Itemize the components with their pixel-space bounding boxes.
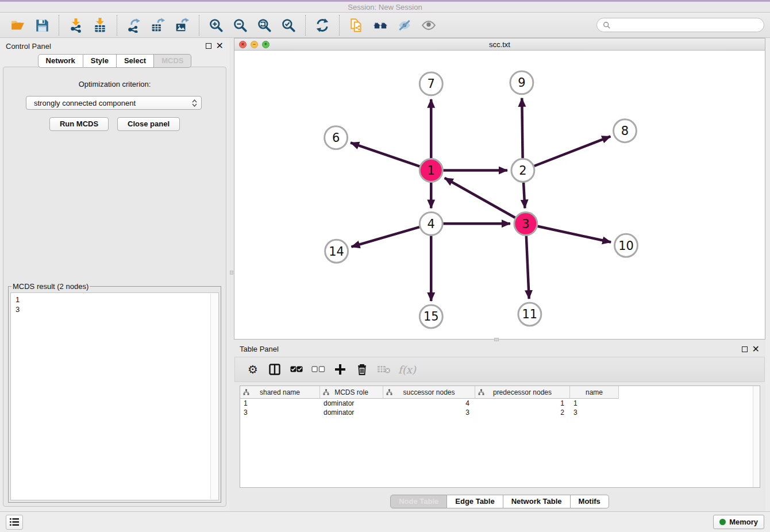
network-canvas[interactable]: 7968124314101511: [234, 51, 765, 338]
graph-node-label: 3: [522, 217, 529, 231]
table-cell[interactable]: 4: [383, 399, 475, 408]
criterion-select[interactable]: strongly connected component: [26, 96, 202, 110]
import-network-icon[interactable]: [66, 16, 86, 35]
mcds-result-list[interactable]: 1 3: [11, 293, 218, 316]
graph-node-label: 7: [428, 77, 435, 91]
column-header-predecessor-nodes[interactable]: predecessor nodes: [475, 386, 570, 399]
graph-edge-3-10[interactable]: [537, 226, 611, 242]
select-all-icon[interactable]: [288, 361, 305, 378]
table-scrollbar[interactable]: [753, 386, 760, 487]
column-header-MCDS-role[interactable]: MCDS role: [320, 386, 383, 399]
main-toolbar: [0, 13, 770, 38]
float-table-panel-icon[interactable]: [742, 346, 748, 352]
toolbar-divider: [59, 15, 59, 36]
toolbar-divider: [305, 15, 306, 36]
table-cell[interactable]: 1: [570, 399, 619, 408]
tab-style[interactable]: Style: [83, 54, 117, 68]
column-header-successor-nodes[interactable]: successor nodes: [383, 386, 475, 399]
close-window-icon[interactable]: ×: [239, 41, 247, 48]
preview-eye-icon[interactable]: [419, 16, 438, 35]
run-mcds-button[interactable]: Run MCDS: [49, 117, 109, 131]
vertical-splitter[interactable]: [229, 38, 234, 511]
close-panel-icon[interactable]: ✕: [216, 43, 224, 49]
delete-column-icon[interactable]: [353, 361, 371, 378]
table-cell[interactable]: 1: [240, 399, 320, 408]
table-header-row: shared nameMCDS rolesuccessor nodesprede…: [240, 386, 760, 399]
delete-table-icon[interactable]: [375, 361, 392, 378]
toolbar-divider: [117, 15, 117, 36]
table-cell[interactable]: dominator: [320, 399, 383, 408]
export-table-icon[interactable]: [148, 16, 168, 35]
minimize-window-icon[interactable]: −: [251, 41, 258, 48]
sort-tree-icon: [478, 389, 484, 395]
open-session-icon[interactable]: [8, 16, 28, 35]
search-icon: [603, 21, 611, 29]
node-table[interactable]: shared nameMCDS rolesuccessor nodesprede…: [240, 385, 760, 488]
zoom-fit-icon[interactable]: [255, 16, 274, 35]
table-cell[interactable]: 2: [475, 408, 570, 417]
home-icon[interactable]: [371, 16, 390, 35]
window-title: Session: New Session: [348, 3, 422, 11]
graph-edge-1-6[interactable]: [351, 142, 419, 166]
tab-network-table[interactable]: Network Table: [503, 495, 571, 508]
export-network-icon[interactable]: [124, 16, 144, 35]
add-column-icon[interactable]: [332, 361, 349, 378]
maximize-window-icon[interactable]: +: [262, 41, 270, 48]
graph-edge-2-8[interactable]: [534, 136, 610, 166]
refresh-icon[interactable]: [313, 16, 332, 35]
export-image-icon[interactable]: [172, 16, 192, 35]
splitter-grip[interactable]: [230, 271, 233, 275]
tab-network[interactable]: Network: [38, 54, 83, 68]
close-table-panel-icon[interactable]: ✕: [752, 346, 760, 352]
tab-node-table[interactable]: Node Table: [390, 495, 447, 508]
graph-edge-3-1[interactable]: [445, 178, 515, 218]
tab-mcds[interactable]: MCDS: [154, 54, 191, 68]
search-field[interactable]: [596, 18, 764, 32]
table-cell[interactable]: dominator: [320, 408, 383, 417]
table-cell[interactable]: 1: [475, 399, 570, 408]
toolbar-divider: [339, 15, 340, 36]
save-session-icon[interactable]: [32, 16, 52, 35]
show-column-panel-icon[interactable]: [266, 361, 283, 378]
memory-status-icon: [719, 519, 726, 525]
import-table-icon[interactable]: [90, 16, 110, 35]
zoom-out-icon[interactable]: [230, 16, 250, 35]
table-cell[interactable]: 3: [240, 408, 320, 417]
graph-node-label: 14: [329, 245, 344, 259]
tab-motifs[interactable]: Motifs: [571, 495, 609, 508]
zoom-in-icon[interactable]: [206, 16, 226, 35]
close-panel-button[interactable]: Close panel: [117, 117, 180, 131]
settings-gear-icon[interactable]: ⚙: [244, 361, 261, 378]
clone-network-icon[interactable]: [346, 16, 366, 35]
graph-edge-4-14[interactable]: [351, 227, 419, 247]
network-graph[interactable]: 7968124314101511: [234, 51, 765, 338]
table-row[interactable]: 3dominator323: [240, 408, 760, 417]
graph-node-label: 9: [518, 76, 525, 90]
column-header-name[interactable]: name: [570, 386, 619, 399]
memory-label: Memory: [729, 518, 758, 526]
graph-node-label: 2: [519, 164, 526, 178]
memory-button[interactable]: Memory: [713, 515, 764, 529]
graph-edge-2-9[interactable]: [522, 98, 522, 159]
deselect-all-icon[interactable]: [310, 361, 327, 378]
result-scrollbar[interactable]: [210, 294, 218, 499]
table-cell[interactable]: 3: [570, 408, 619, 417]
criterion-value: strongly connected component: [34, 99, 136, 107]
table-row[interactable]: 1dominator411: [240, 399, 760, 408]
float-panel-icon[interactable]: [206, 43, 211, 49]
function-builder-icon[interactable]: f(x): [398, 364, 416, 376]
tab-edge-table[interactable]: Edge Table: [447, 495, 503, 508]
graph-edge-2-3[interactable]: [523, 182, 525, 208]
column-header-shared-name[interactable]: shared name: [240, 386, 320, 399]
table-cell[interactable]: 3: [383, 408, 475, 417]
zoom-selected-icon[interactable]: [279, 16, 298, 35]
table-toolbar: ⚙ f(x): [234, 357, 765, 382]
graph-node-label: 1: [428, 164, 435, 178]
graph-edge-3-11[interactable]: [526, 236, 529, 299]
tab-select[interactable]: Select: [117, 54, 154, 68]
window-titlebar: Session: New Session: [0, 0, 770, 13]
task-history-button[interactable]: [6, 515, 23, 530]
sort-tree-icon: [323, 389, 329, 395]
search-input[interactable]: [614, 21, 758, 29]
show-graphics-details-icon[interactable]: [395, 16, 414, 35]
